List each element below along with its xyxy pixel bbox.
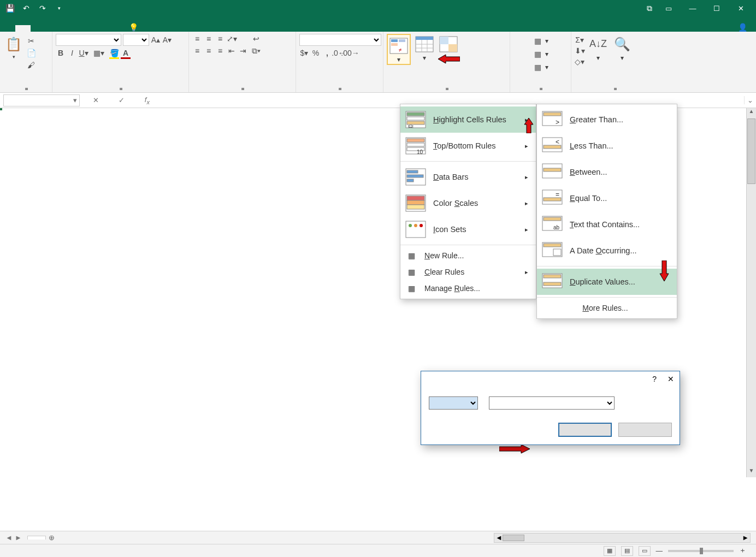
ok-button[interactable] bbox=[558, 423, 612, 437]
align-left-icon[interactable]: ≡ bbox=[192, 46, 202, 56]
increase-indent-icon[interactable]: ⇥ bbox=[238, 46, 248, 56]
view-normal-icon[interactable]: ▦ bbox=[604, 546, 616, 556]
formula-bar-expand-icon[interactable]: ⌄ bbox=[744, 96, 756, 104]
decrease-indent-icon[interactable]: ⇤ bbox=[227, 46, 237, 56]
comma-icon[interactable]: , bbox=[322, 48, 332, 58]
save-icon[interactable]: 💾 bbox=[4, 3, 15, 14]
sheet-tab-sheet1[interactable] bbox=[27, 536, 46, 540]
wrap-text-icon[interactable]: ↩ bbox=[251, 34, 261, 44]
currency-icon[interactable]: $▾ bbox=[299, 48, 309, 58]
autosum-icon[interactable]: Σ▾ bbox=[575, 35, 584, 45]
sheet-nav-next-icon[interactable]: ► bbox=[15, 534, 22, 542]
tab-review[interactable] bbox=[92, 25, 107, 32]
tab-home[interactable] bbox=[15, 25, 31, 32]
tab-page-layout[interactable] bbox=[46, 25, 61, 32]
tab-file[interactable] bbox=[0, 25, 15, 32]
font-color-icon[interactable]: A bbox=[121, 48, 131, 58]
bold-icon[interactable]: B bbox=[56, 48, 66, 58]
format-style-select[interactable] bbox=[489, 396, 615, 410]
dialog-help-icon[interactable]: ? bbox=[652, 375, 657, 383]
submenu-duplicate-values[interactable]: Duplicate Values... bbox=[537, 269, 677, 295]
name-box[interactable]: ▾ bbox=[3, 94, 80, 106]
view-page-layout-icon[interactable]: ▤ bbox=[621, 546, 633, 556]
dialog-close-icon[interactable]: ✕ bbox=[668, 375, 674, 383]
submenu-less-than[interactable]: < Less Than... bbox=[537, 133, 677, 159]
tell-me-search[interactable]: 💡 bbox=[129, 23, 284, 32]
tab-insert[interactable] bbox=[31, 25, 46, 32]
percent-icon[interactable]: % bbox=[311, 48, 321, 58]
insert-cells-button[interactable]: ▦ ▾ bbox=[513, 35, 568, 47]
menu-clear-rules[interactable]: ▦ Clear Rules▸ bbox=[400, 264, 536, 280]
duplicate-unique-select[interactable] bbox=[429, 396, 478, 410]
decrease-font-icon[interactable]: A▾ bbox=[162, 35, 172, 45]
fx-icon[interactable]: fx bbox=[145, 96, 150, 105]
sheet-nav-prev-icon[interactable]: ◄ bbox=[5, 534, 13, 542]
font-name-select[interactable] bbox=[56, 34, 121, 46]
cancel-formula-icon[interactable]: ✕ bbox=[93, 96, 99, 104]
enter-formula-icon[interactable]: ✓ bbox=[119, 96, 125, 104]
ribbon-options-icon[interactable]: ▭ bbox=[658, 0, 680, 16]
qat-customize-icon[interactable]: ▾ bbox=[54, 3, 64, 14]
tell-me-input[interactable] bbox=[141, 23, 284, 32]
cancel-button[interactable] bbox=[618, 423, 672, 437]
number-format-select[interactable] bbox=[299, 34, 381, 46]
fill-color-icon[interactable]: 🪣 bbox=[109, 48, 119, 58]
font-size-select[interactable] bbox=[123, 34, 149, 46]
copy-icon[interactable]: 📄 bbox=[26, 48, 36, 58]
submenu-text-contains[interactable]: ab Text that Contains... bbox=[537, 211, 677, 238]
close-icon[interactable]: ✕ bbox=[730, 0, 752, 16]
menu-data-bars[interactable]: Data Bars▸ bbox=[400, 164, 536, 190]
name-box-dropdown-icon[interactable]: ▾ bbox=[72, 96, 79, 104]
paste-button[interactable]: 📋 ▾ bbox=[3, 34, 24, 87]
submenu-date-occurring[interactable]: A Date Occurring... bbox=[537, 238, 677, 264]
menu-icon-sets[interactable]: Icon Sets▸ bbox=[400, 216, 536, 242]
sort-filter-button[interactable]: A↓Z ▾ bbox=[588, 34, 609, 87]
italic-icon[interactable]: I bbox=[67, 48, 77, 58]
add-sheet-icon[interactable]: ⊕ bbox=[46, 534, 58, 542]
align-middle-icon[interactable]: ≡ bbox=[204, 34, 214, 44]
menu-top-bottom-rules[interactable]: 10 Top/Bottom Rules ▸ bbox=[400, 133, 536, 159]
merge-center-icon[interactable]: ⧉▾ bbox=[251, 46, 261, 56]
underline-icon[interactable]: U▾ bbox=[79, 48, 88, 58]
share-button[interactable]: 👤 bbox=[738, 23, 749, 32]
orientation-icon[interactable]: ⤢▾ bbox=[227, 34, 237, 44]
menu-color-scales[interactable]: Color Scales▸ bbox=[400, 190, 536, 216]
borders-icon[interactable]: ▦▾ bbox=[94, 48, 104, 58]
conditional-formatting-button[interactable]: ≠ ▾ bbox=[388, 35, 409, 63]
tab-view[interactable] bbox=[107, 25, 122, 32]
view-page-break-icon[interactable]: ▭ bbox=[639, 546, 651, 556]
horizontal-scrollbar[interactable]: ◄► bbox=[494, 533, 751, 543]
zoom-slider[interactable] bbox=[668, 550, 734, 552]
name-box-input[interactable] bbox=[4, 96, 72, 104]
format-cells-button[interactable]: ▦ ▾ bbox=[513, 61, 568, 73]
format-as-table-button[interactable]: ▾ bbox=[414, 34, 435, 62]
submenu-equal-to[interactable]: = Equal To... bbox=[537, 185, 677, 211]
undo-icon[interactable]: ↶ bbox=[21, 3, 32, 14]
fill-icon[interactable]: ⬇▾ bbox=[575, 46, 584, 56]
align-right-icon[interactable]: ≡ bbox=[215, 46, 225, 56]
vertical-scrollbar[interactable]: ▲ ▼ bbox=[746, 108, 756, 477]
delete-cells-button[interactable]: ▦ ▾ bbox=[513, 48, 568, 60]
menu-new-rule[interactable]: ▦ New Rule... bbox=[400, 247, 536, 264]
tab-data[interactable] bbox=[76, 25, 92, 32]
decrease-decimal-icon[interactable]: .00→ bbox=[345, 48, 355, 58]
clear-icon[interactable]: ◇▾ bbox=[575, 57, 584, 67]
minimize-icon[interactable]: — bbox=[682, 0, 704, 16]
maximize-icon[interactable]: ☐ bbox=[706, 0, 728, 16]
align-center-icon[interactable]: ≡ bbox=[204, 46, 214, 56]
menu-highlight-cells-rules[interactable]: ≤≥ Highlight Cells Rules ▸ bbox=[400, 106, 536, 133]
format-painter-icon[interactable]: 🖌 bbox=[26, 60, 36, 70]
zoom-in-icon[interactable]: ＋ bbox=[739, 546, 746, 555]
submenu-greater-than[interactable]: > Greater Than... bbox=[537, 106, 677, 133]
find-select-button[interactable]: 🔍 ▾ bbox=[612, 34, 633, 87]
zoom-out-icon[interactable]: — bbox=[656, 547, 663, 555]
increase-font-icon[interactable]: A▴ bbox=[151, 35, 161, 45]
redo-icon[interactable]: ↷ bbox=[37, 3, 48, 14]
align-bottom-icon[interactable]: ≡ bbox=[215, 34, 225, 44]
submenu-between[interactable]: Between... bbox=[537, 159, 677, 185]
cut-icon[interactable]: ✂ bbox=[26, 36, 36, 46]
menu-manage-rules[interactable]: ▦ Manage Rules... bbox=[400, 280, 536, 297]
tab-formulas[interactable] bbox=[61, 25, 76, 32]
submenu-more-rules[interactable]: More Rules... bbox=[537, 300, 677, 316]
align-top-icon[interactable]: ≡ bbox=[192, 34, 202, 44]
